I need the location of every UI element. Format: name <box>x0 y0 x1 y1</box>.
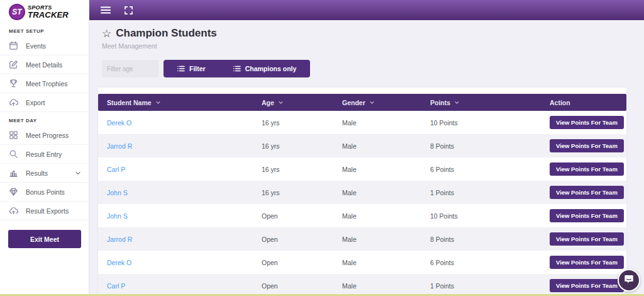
edit-icon <box>9 60 18 69</box>
age-cell: Open <box>253 282 333 290</box>
trophy-icon <box>9 79 18 88</box>
student-name-link[interactable]: Jarrod R <box>98 142 253 150</box>
topbar <box>89 0 644 20</box>
sidebar-item-label: Meet Trophies <box>26 80 68 88</box>
gender-cell: Male <box>333 166 421 173</box>
filter-button-label: Filter <box>189 65 206 72</box>
page-title: Champion Students <box>116 27 217 40</box>
filter-button[interactable]: Filter <box>164 60 219 77</box>
student-name-link[interactable]: Carl P <box>98 166 253 173</box>
sort-chevron-icon <box>454 99 460 106</box>
table-row: Derek O Open Male 6 Points View Points F… <box>98 251 626 274</box>
student-name-link[interactable]: John S <box>98 212 253 220</box>
sidebar-item-label: Bonus Points <box>26 188 65 196</box>
sidebar-item-result-entry[interactable]: Result Entry <box>0 145 89 164</box>
chevron-down-icon <box>75 168 81 179</box>
sidebar-item-meet-trophies[interactable]: Meet Trophies <box>0 74 89 93</box>
view-points-for-team-button[interactable]: View Points For Team <box>550 116 624 129</box>
view-points-for-team-button[interactable]: View Points For Team <box>550 139 624 152</box>
gender-cell: Male <box>333 236 421 243</box>
sidebar-item-label: Results <box>26 169 48 177</box>
sidebar-item-label: Export <box>26 99 45 106</box>
table-row: Carl P 16 yrs Male 6 Points View Points … <box>98 157 626 181</box>
points-cell: 6 Points <box>421 259 541 266</box>
gender-cell: Male <box>333 282 421 290</box>
table-row: John S Open Male 10 Points View Points F… <box>98 204 626 227</box>
view-points-for-team-button[interactable]: View Points For Team <box>550 279 624 292</box>
table-row: John S 16 yrs Male 1 Points View Points … <box>98 181 626 204</box>
sidebar-item-results[interactable]: Results <box>0 164 89 183</box>
column-header-points[interactable]: Points <box>421 99 541 106</box>
sort-chevron-icon <box>155 99 161 106</box>
table-row: Jarrod R Open Male 8 Points View Points … <box>98 227 626 251</box>
fullscreen-icon[interactable] <box>125 6 133 14</box>
section-label-meet-day: MEET DAY <box>0 112 89 126</box>
sidebar-item-bonus-points[interactable]: Bonus Points <box>0 183 89 202</box>
points-cell: 8 Points <box>421 142 541 150</box>
chat-widget-button[interactable] <box>618 269 640 292</box>
table-row: Jarrod R 16 yrs Male 8 Points View Point… <box>98 134 626 157</box>
student-name-link[interactable]: Jarrod R <box>98 236 253 243</box>
gem-icon <box>9 187 18 196</box>
points-cell: 6 Points <box>421 166 541 173</box>
sidebar-item-meet-details[interactable]: Meet Details <box>0 55 89 74</box>
age-cell: 16 yrs <box>253 189 333 196</box>
sidebar-item-label: Result Entry <box>26 151 62 158</box>
page-header: ☆ Champion Students Meet Management <box>89 20 644 50</box>
column-header-age[interactable]: Age <box>253 99 333 106</box>
view-points-for-team-button[interactable]: View Points For Team <box>550 209 624 222</box>
student-name-link[interactable]: Derek O <box>98 259 253 266</box>
column-header-gender[interactable]: Gender <box>333 99 421 106</box>
student-name-link[interactable]: John S <box>98 189 253 196</box>
sidebar-item-label: Result Exports <box>26 207 69 215</box>
star-icon[interactable]: ☆ <box>102 28 111 39</box>
main-content: ☆ Champion Students Meet Management Filt… <box>89 20 644 296</box>
sidebar-item-label: Meet Progress <box>26 132 69 139</box>
points-cell: 8 Points <box>421 236 541 243</box>
champions-only-button-label: Champions only <box>245 65 297 72</box>
view-points-for-team-button[interactable]: View Points For Team <box>550 186 624 199</box>
age-cell: 16 yrs <box>253 166 333 173</box>
brand-logo[interactable]: ST SPORTS TRACKER <box>0 0 89 23</box>
sidebar-item-label: Events <box>26 42 46 50</box>
exit-meet-button[interactable]: Exit Meet <box>8 230 81 248</box>
age-cell: 16 yrs <box>253 142 333 150</box>
gender-cell: Male <box>333 119 421 127</box>
section-label-meet-setup: MEET SETUP <box>0 23 89 37</box>
sidebar-item-result-exports[interactable]: Result Exports <box>0 202 89 220</box>
hamburger-menu-icon[interactable] <box>101 6 111 14</box>
brand-name-bottom: TRACKER <box>28 11 69 19</box>
points-cell: 10 Points <box>421 212 541 220</box>
student-name-link[interactable]: Carl P <box>98 282 253 290</box>
sidebar: ST SPORTS TRACKER MEET SETUP Events Meet… <box>0 0 89 296</box>
sidebar-item-events[interactable]: Events <box>0 37 89 55</box>
filter-age-input[interactable] <box>102 60 158 77</box>
gender-cell: Male <box>333 259 421 266</box>
sidebar-item-label: Meet Details <box>26 61 62 69</box>
sidebar-item-meet-progress[interactable]: Meet Progress <box>0 126 89 145</box>
grid-icon <box>9 130 18 140</box>
cloud-export-icon <box>9 206 18 215</box>
students-table-card: Student Name Age Gender Points Action De… <box>98 88 626 295</box>
view-points-for-team-button[interactable]: View Points For Team <box>550 162 624 176</box>
points-cell: 1 Points <box>421 189 541 196</box>
bar-chart-icon <box>9 168 18 178</box>
age-cell: Open <box>253 236 333 243</box>
gender-cell: Male <box>333 212 421 220</box>
points-cell: 1 Points <box>421 282 541 290</box>
view-points-for-team-button[interactable]: View Points For Team <box>550 256 624 269</box>
view-points-for-team-button[interactable]: View Points For Team <box>550 232 624 246</box>
student-name-link[interactable]: Derek O <box>98 119 253 127</box>
age-cell: Open <box>253 259 333 266</box>
table-row: Carl P Open Male 1 Points View Points Fo… <box>98 274 626 296</box>
brand-monogram-icon: ST <box>9 4 25 20</box>
champions-only-button[interactable]: Champions only <box>219 60 311 77</box>
age-cell: 16 yrs <box>253 119 333 127</box>
points-cell: 10 Points <box>421 119 541 127</box>
chat-bubble-icon <box>624 274 634 287</box>
sidebar-item-export[interactable]: Export <box>0 93 89 112</box>
age-cell: Open <box>253 212 333 220</box>
filter-bar: Filter Champions only <box>102 60 644 77</box>
column-header-student-name[interactable]: Student Name <box>98 99 253 106</box>
table-header-row: Student Name Age Gender Points Action <box>98 94 626 111</box>
